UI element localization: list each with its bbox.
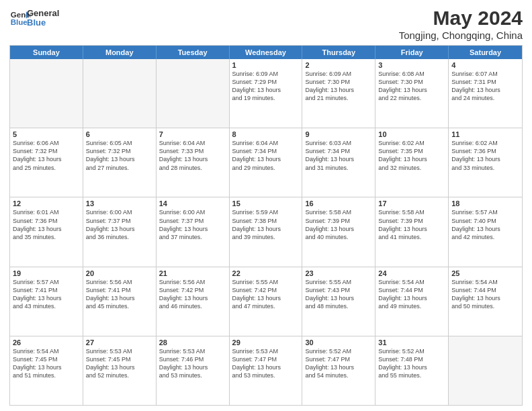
day-number: 20: [86, 269, 153, 277]
cell-info-line: and 49 minutes.: [378, 302, 445, 310]
day-number: 8: [232, 130, 300, 138]
cell-info-line: Sunrise: 6:06 AM: [13, 139, 80, 147]
subtitle: Tongjing, Chongqing, China: [399, 30, 523, 41]
cell-info-line: Daylight: 13 hours: [13, 363, 80, 371]
day-number: 5: [13, 130, 80, 138]
day-number: 24: [378, 269, 445, 277]
cell-info-line: Daylight: 13 hours: [86, 155, 153, 163]
cell-info-line: Sunset: 7:43 PM: [305, 286, 372, 294]
header: General Blue General Blue May 2024 Tongj…: [9, 7, 523, 41]
calendar-cell-31: 31Sunrise: 5:52 AMSunset: 7:48 PMDayligh…: [375, 336, 449, 405]
cell-info-line: Daylight: 13 hours: [159, 155, 226, 163]
cell-info-line: Sunset: 7:41 PM: [86, 286, 153, 294]
cell-info-line: Sunset: 7:44 PM: [378, 286, 445, 294]
cell-info-line: Sunrise: 6:00 AM: [86, 208, 153, 216]
day-number: 3: [378, 61, 445, 69]
day-number: 10: [378, 130, 445, 138]
cell-info-line: and 51 minutes.: [13, 371, 80, 379]
cell-info-line: Daylight: 13 hours: [232, 155, 300, 163]
calendar-cell-empty-2: [157, 59, 230, 128]
cell-info-line: Sunset: 7:38 PM: [232, 217, 300, 225]
day-number: 4: [451, 61, 519, 69]
day-number: 19: [13, 269, 80, 277]
calendar-cell-23: 23Sunrise: 5:55 AMSunset: 7:43 PMDayligh…: [302, 267, 375, 336]
day-number: 9: [305, 130, 372, 138]
page: General Blue General Blue May 2024 Tongj…: [0, 0, 532, 411]
cell-info-line: and 53 minutes.: [159, 371, 226, 379]
cell-info-line: and 50 minutes.: [451, 302, 519, 310]
cell-info-line: Sunset: 7:30 PM: [378, 78, 445, 86]
cell-info-line: Sunrise: 5:54 AM: [451, 278, 519, 286]
cell-info-line: Sunset: 7:48 PM: [378, 355, 445, 363]
cell-info-line: Sunset: 7:40 PM: [451, 217, 519, 225]
cell-info-line: Sunrise: 6:09 AM: [305, 70, 372, 78]
cell-info-line: Daylight: 13 hours: [305, 363, 372, 371]
day-number: 25: [451, 269, 519, 277]
day-header-monday: Monday: [83, 46, 157, 59]
cell-info-line: and 52 minutes.: [86, 371, 153, 379]
cell-info-line: and 42 minutes.: [451, 233, 519, 241]
cell-info-line: Sunrise: 6:05 AM: [86, 139, 153, 147]
cell-info-line: Sunrise: 6:07 AM: [451, 70, 519, 78]
calendar-cell-27: 27Sunrise: 5:53 AMSunset: 7:45 PMDayligh…: [83, 336, 157, 405]
calendar-week-2: 5Sunrise: 6:06 AMSunset: 7:32 PMDaylight…: [10, 128, 522, 197]
cell-info-line: Sunrise: 5:55 AM: [305, 278, 372, 286]
cell-info-line: Sunset: 7:47 PM: [232, 355, 300, 363]
cell-info-line: and 43 minutes.: [13, 302, 80, 310]
calendar-cell-5: 5Sunrise: 6:06 AMSunset: 7:32 PMDaylight…: [10, 128, 83, 197]
calendar-cell-7: 7Sunrise: 6:04 AMSunset: 7:33 PMDaylight…: [157, 128, 230, 197]
day-number: 11: [451, 130, 519, 138]
cell-info-line: Sunset: 7:37 PM: [159, 217, 226, 225]
cell-info-line: and 40 minutes.: [305, 233, 372, 241]
cell-info-line: and 27 minutes.: [86, 164, 153, 172]
cell-info-line: Sunrise: 6:04 AM: [232, 139, 300, 147]
cell-info-line: and 46 minutes.: [159, 302, 226, 310]
cell-info-line: Sunrise: 5:56 AM: [86, 278, 153, 286]
calendar-cell-29: 29Sunrise: 5:53 AMSunset: 7:47 PMDayligh…: [230, 336, 303, 405]
cell-info-line: and 55 minutes.: [378, 371, 445, 379]
day-header-friday: Friday: [375, 46, 449, 59]
day-number: 18: [451, 199, 519, 208]
cell-info-line: Sunset: 7:36 PM: [451, 147, 519, 155]
cell-info-line: Sunset: 7:30 PM: [305, 78, 372, 86]
day-number: 2: [305, 61, 372, 69]
day-number: 26: [13, 338, 80, 347]
calendar-cell-empty-0: [10, 59, 83, 128]
cell-info-line: and 33 minutes.: [451, 164, 519, 172]
cell-info-line: Sunset: 7:29 PM: [232, 78, 300, 86]
cell-info-line: and 45 minutes.: [86, 302, 153, 310]
calendar-cell-12: 12Sunrise: 6:01 AMSunset: 7:36 PMDayligh…: [10, 197, 83, 266]
cell-info-line: and 32 minutes.: [378, 164, 445, 172]
calendar-cell-10: 10Sunrise: 6:02 AMSunset: 7:35 PMDayligh…: [375, 128, 449, 197]
cell-info-line: Sunset: 7:34 PM: [305, 147, 372, 155]
day-number: 1: [232, 61, 300, 69]
cell-info-line: Sunrise: 5:58 AM: [305, 208, 372, 216]
day-number: 12: [13, 199, 80, 208]
cell-info-line: and 54 minutes.: [305, 371, 372, 379]
svg-text:Blue: Blue: [11, 18, 28, 26]
cell-info-line: Sunrise: 6:09 AM: [232, 70, 300, 78]
calendar-cell-25: 25Sunrise: 5:54 AMSunset: 7:44 PMDayligh…: [449, 267, 522, 336]
cell-info-line: Sunset: 7:34 PM: [232, 147, 300, 155]
calendar-cell-empty-1: [83, 59, 157, 128]
cell-info-line: Sunrise: 5:56 AM: [159, 278, 226, 286]
cell-info-line: and 22 minutes.: [378, 94, 445, 102]
cell-info-line: Sunrise: 5:53 AM: [159, 347, 226, 355]
cell-info-line: Daylight: 13 hours: [232, 294, 300, 302]
cell-info-line: Sunrise: 5:52 AM: [378, 347, 445, 355]
cell-info-line: Daylight: 13 hours: [86, 225, 153, 233]
cell-info-line: Sunrise: 5:54 AM: [378, 278, 445, 286]
day-number: 13: [86, 199, 153, 208]
cell-info-line: Sunset: 7:32 PM: [13, 147, 80, 155]
cell-info-line: Sunset: 7:41 PM: [13, 286, 80, 294]
cell-info-line: Sunrise: 5:54 AM: [13, 347, 80, 355]
cell-info-line: Sunrise: 6:08 AM: [378, 70, 445, 78]
cell-info-line: and 25 minutes.: [13, 164, 80, 172]
cell-info-line: Sunset: 7:35 PM: [378, 147, 445, 155]
day-number: 29: [232, 338, 300, 347]
cell-info-line: and 36 minutes.: [86, 233, 153, 241]
cell-info-line: Sunset: 7:32 PM: [86, 147, 153, 155]
calendar-cell-26: 26Sunrise: 5:54 AMSunset: 7:45 PMDayligh…: [10, 336, 83, 405]
day-header-thursday: Thursday: [302, 46, 375, 59]
cell-info-line: and 31 minutes.: [305, 164, 372, 172]
